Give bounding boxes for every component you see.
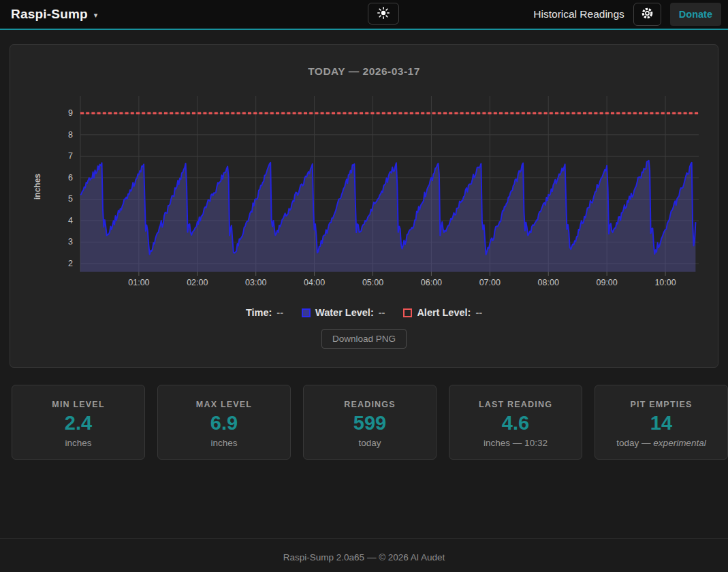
theme-toggle-button[interactable] bbox=[368, 3, 399, 25]
stat-value: 599 bbox=[304, 412, 436, 434]
footer-text: Raspi-Sump 2.0a65 — © 2026 Al Audet bbox=[283, 552, 445, 562]
legend-alert-level[interactable]: Alert Level: -- bbox=[403, 307, 482, 318]
y-axis-label: inches bbox=[33, 174, 42, 200]
legend-alert-label: Alert Level: bbox=[417, 307, 471, 318]
y-tick-label: 7 bbox=[68, 151, 73, 161]
stat-value: 2.4 bbox=[12, 412, 144, 434]
caret-down-icon: ▾ bbox=[94, 11, 98, 20]
stats-row: MIN LEVEL 2.4 inches MAX LEVEL 6.9 inche… bbox=[12, 385, 728, 460]
legend-water-value: -- bbox=[379, 307, 385, 318]
chart-title: TODAY — 2026-03-17 bbox=[10, 45, 718, 78]
x-tick-label: 06:00 bbox=[421, 278, 442, 287]
y-tick-label: 6 bbox=[68, 173, 73, 182]
x-tick-label: 07:00 bbox=[479, 278, 501, 287]
x-tick-label: 01:00 bbox=[128, 278, 149, 287]
donate-button[interactable]: Donate bbox=[670, 3, 721, 26]
y-tick-label: 3 bbox=[68, 237, 73, 247]
brand-menu[interactable]: Raspi-Sump ▾ bbox=[11, 7, 97, 22]
legend-time-value: -- bbox=[276, 307, 283, 318]
legend-water-level[interactable]: Water Level: -- bbox=[302, 307, 385, 318]
stat-sub: inches bbox=[12, 438, 144, 448]
navbar: Raspi-Sump ▾ Historical Readings bbox=[0, 0, 728, 30]
gear-icon bbox=[641, 7, 654, 22]
legend-alert-value: -- bbox=[475, 307, 482, 318]
x-tick-label: 09:00 bbox=[596, 278, 617, 287]
y-tick-label: 4 bbox=[68, 216, 73, 225]
stat-card-min-level: MIN LEVEL 2.4 inches bbox=[12, 385, 145, 460]
stat-label: LAST READING bbox=[449, 400, 582, 409]
x-tick-label: 08:00 bbox=[538, 278, 559, 287]
brand-title: Raspi-Sump bbox=[11, 7, 88, 22]
legend-time-label: Time: bbox=[246, 307, 272, 318]
stat-label: PIT EMPTIES bbox=[595, 400, 727, 409]
alert-level-swatch-icon bbox=[403, 308, 412, 317]
x-tick-label: 04:00 bbox=[304, 278, 325, 287]
x-tick-label: 10:00 bbox=[654, 278, 676, 287]
sun-icon bbox=[377, 7, 390, 21]
stat-label: MAX LEVEL bbox=[158, 400, 290, 409]
legend-time: Time: -- bbox=[246, 307, 283, 318]
y-tick-label: 2 bbox=[68, 259, 73, 268]
download-png-button[interactable]: Download PNG bbox=[321, 329, 407, 349]
stat-value: 6.9 bbox=[158, 412, 290, 434]
y-tick-label: 8 bbox=[68, 130, 73, 140]
water-level-chart[interactable]: 2345678901:0002:0003:0004:0005:0006:0007… bbox=[10, 84, 718, 299]
experimental-note: experimental bbox=[653, 438, 706, 448]
stat-sub: today — experimental bbox=[595, 438, 727, 448]
y-tick-label: 9 bbox=[68, 108, 73, 118]
historical-readings-link[interactable]: Historical Readings bbox=[533, 8, 624, 20]
stat-card-pit-empties: PIT EMPTIES 14 today — experimental bbox=[595, 385, 728, 460]
x-tick-label: 03:00 bbox=[245, 278, 266, 287]
stat-value: 4.6 bbox=[449, 412, 582, 434]
stat-card-max-level: MAX LEVEL 6.9 inches bbox=[157, 385, 291, 460]
stat-value: 14 bbox=[595, 412, 727, 434]
stat-sub: today bbox=[304, 438, 436, 448]
water-level-swatch-icon bbox=[302, 308, 311, 317]
x-tick-label: 05:00 bbox=[362, 278, 383, 287]
chart-panel: TODAY — 2026-03-17 2345678901:0002:0003:… bbox=[10, 44, 718, 368]
chart-legend: Time: -- Water Level: -- Alert Level: -- bbox=[10, 307, 718, 318]
stat-label: READINGS bbox=[304, 400, 436, 409]
stat-label: MIN LEVEL bbox=[12, 400, 144, 409]
stat-card-last-reading: LAST READING 4.6 inches — 10:32 bbox=[449, 385, 582, 460]
legend-water-label: Water Level: bbox=[315, 307, 374, 318]
x-tick-label: 02:00 bbox=[187, 278, 208, 287]
stat-sub: inches — 10:32 bbox=[449, 438, 582, 448]
footer: Raspi-Sump 2.0a65 — © 2026 Al Audet bbox=[0, 538, 728, 572]
stat-card-readings: READINGS 599 today bbox=[303, 385, 437, 460]
settings-button[interactable] bbox=[633, 3, 661, 26]
y-tick-label: 5 bbox=[68, 194, 73, 204]
stat-sub: inches bbox=[158, 438, 290, 448]
